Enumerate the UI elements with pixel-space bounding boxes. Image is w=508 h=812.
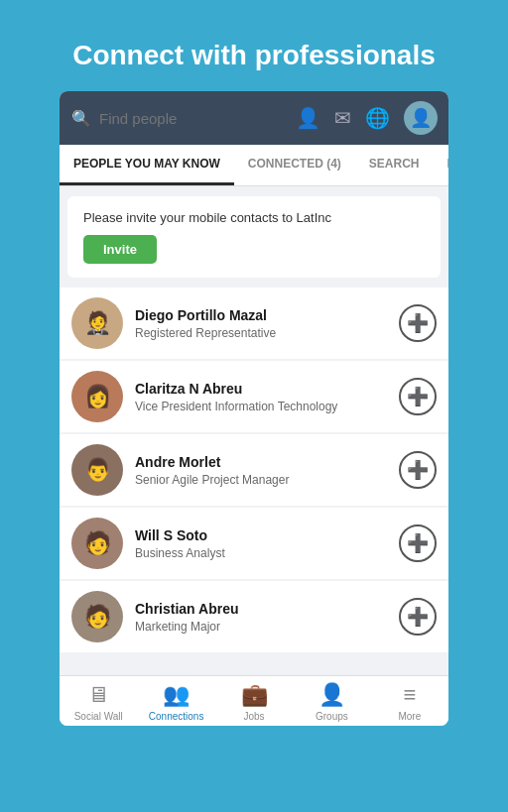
nav-label: More xyxy=(398,711,421,722)
globe-icon[interactable]: 🌐 xyxy=(365,106,390,130)
search-input[interactable] xyxy=(99,110,288,127)
add-person-icon[interactable]: 👤 xyxy=(296,106,320,130)
tab-connected[interactable]: CONNECTED (4) xyxy=(234,145,355,185)
person-title: Business Analyst xyxy=(135,546,387,560)
tab-people-you-may-know[interactable]: PEOPLE YOU MAY KNOW xyxy=(60,145,234,185)
list-item: 🧑 Will S Soto Business Analyst ➕ xyxy=(60,508,448,579)
person-name: Diego Portillo Mazal xyxy=(135,307,387,323)
tab-more[interactable]: M xyxy=(434,145,449,185)
person-title: Marketing Major xyxy=(135,620,387,634)
message-icon[interactable]: ✉ xyxy=(334,106,351,130)
avatar: 🧑 xyxy=(71,518,123,569)
connect-button[interactable]: ➕ xyxy=(399,378,437,415)
person-name: Andre Morlet xyxy=(135,454,387,470)
list-item: 🧑 Christian Abreu Marketing Major ➕ xyxy=(60,581,448,652)
connect-button[interactable]: ➕ xyxy=(399,304,437,342)
invite-text: Please invite your mobile contacts to La… xyxy=(83,210,425,225)
more-icon: ≡ xyxy=(403,682,416,708)
person-info: Christian Abreu Marketing Major xyxy=(135,601,387,634)
bottom-nav: 🖥 Social Wall 👥 Connections 💼 Jobs 👤 Gro… xyxy=(60,675,448,726)
tabs-container: PEOPLE YOU MAY KNOW CONNECTED (4) SEARCH… xyxy=(60,145,448,186)
groups-icon: 👤 xyxy=(318,682,345,708)
page-title: Connect with professionals xyxy=(0,0,508,91)
search-icon: 🔍 xyxy=(71,109,91,128)
person-info: Diego Portillo Mazal Registered Represen… xyxy=(135,307,387,340)
avatar: 👨 xyxy=(71,444,123,496)
people-list: 🤵 Diego Portillo Mazal Registered Repres… xyxy=(60,288,448,652)
person-name: Christian Abreu xyxy=(135,601,387,617)
user-avatar[interactable]: 👤 xyxy=(404,101,438,135)
invite-button[interactable]: Invite xyxy=(83,235,157,264)
nav-jobs[interactable]: 💼 Jobs xyxy=(215,682,293,722)
app-card: 🔍 👤 ✉ 🌐 👤 PEOPLE YOU MAY KNOW CONNECTED … xyxy=(60,91,448,726)
connections-icon: 👥 xyxy=(163,682,190,708)
connect-button[interactable]: ➕ xyxy=(399,598,437,636)
jobs-icon: 💼 xyxy=(241,682,268,708)
search-bar: 🔍 👤 ✉ 🌐 👤 xyxy=(60,91,448,145)
nav-label: Connections xyxy=(149,711,204,722)
invite-banner: Please invite your mobile contacts to La… xyxy=(67,196,441,278)
person-name: Will S Soto xyxy=(135,527,387,543)
person-title: Registered Representative xyxy=(135,326,387,340)
connect-button[interactable]: ➕ xyxy=(399,451,437,489)
person-info: Andre Morlet Senior Agile Project Manage… xyxy=(135,454,387,487)
person-info: Will S Soto Business Analyst xyxy=(135,527,387,560)
person-info: Claritza N Abreu Vice President Informat… xyxy=(135,381,387,413)
nav-groups[interactable]: 👤 Groups xyxy=(293,682,370,722)
avatar: 🤵 xyxy=(71,297,123,349)
nav-label: Social Wall xyxy=(74,711,123,722)
tab-search[interactable]: SEARCH xyxy=(355,145,434,185)
person-name: Claritza N Abreu xyxy=(135,381,387,397)
person-title: Vice President Information Technology xyxy=(135,400,387,413)
nav-label: Groups xyxy=(316,711,348,722)
content-area: Please invite your mobile contacts to La… xyxy=(60,186,448,675)
avatar: 👩 xyxy=(71,371,123,422)
list-item: 👩 Claritza N Abreu Vice President Inform… xyxy=(60,361,448,432)
nav-social-wall[interactable]: 🖥 Social Wall xyxy=(60,682,137,722)
list-item: 👨 Andre Morlet Senior Agile Project Mana… xyxy=(60,434,448,506)
search-actions: 👤 ✉ 🌐 👤 xyxy=(296,101,438,135)
social-wall-icon: 🖥 xyxy=(87,682,109,708)
list-item: 🤵 Diego Portillo Mazal Registered Repres… xyxy=(60,288,448,359)
nav-more[interactable]: ≡ More xyxy=(371,682,448,722)
avatar: 🧑 xyxy=(71,591,123,642)
person-title: Senior Agile Project Manager xyxy=(135,473,387,487)
nav-label: Jobs xyxy=(243,711,264,722)
connect-button[interactable]: ➕ xyxy=(399,524,437,562)
nav-connections[interactable]: 👥 Connections xyxy=(137,682,214,722)
